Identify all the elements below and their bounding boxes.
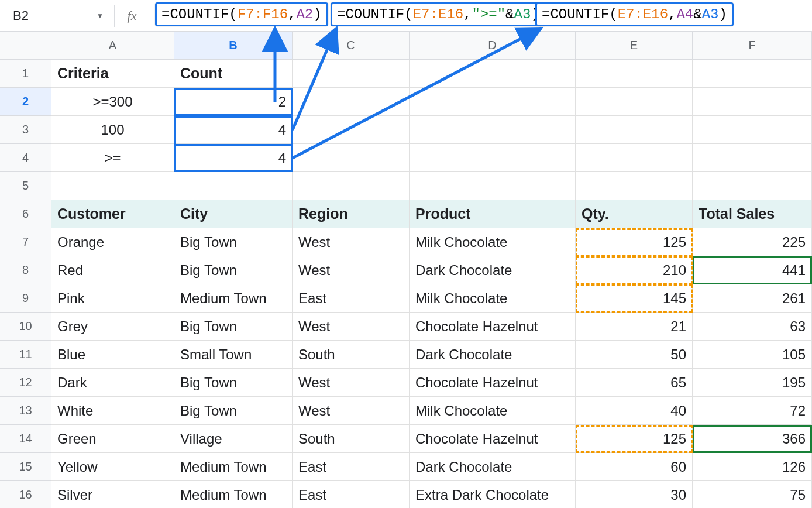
cell-total[interactable]: 441 xyxy=(693,256,812,284)
cell-city[interactable]: Big Town xyxy=(174,256,293,284)
cell[interactable] xyxy=(576,88,693,116)
cell-region[interactable]: East xyxy=(293,284,410,313)
rowhead[interactable]: 5 xyxy=(0,172,51,200)
cell-product[interactable]: Dark Chocolate xyxy=(410,453,576,481)
cell-A3[interactable]: 100 xyxy=(51,116,174,144)
th-customer[interactable]: Customer xyxy=(51,200,174,228)
cell-product[interactable]: Milk Chocolate xyxy=(410,228,576,256)
cell-B1[interactable]: Count xyxy=(174,60,293,88)
cell-customer[interactable]: Orange xyxy=(51,228,174,256)
cell[interactable] xyxy=(293,172,410,200)
rowhead[interactable]: 8 xyxy=(0,256,51,284)
cell[interactable] xyxy=(410,88,576,116)
colhead-D[interactable]: D xyxy=(410,32,576,60)
rowhead[interactable]: 3 xyxy=(0,116,51,144)
cell-total[interactable]: 63 xyxy=(693,313,812,341)
rowhead[interactable]: 6 xyxy=(0,200,51,228)
cell[interactable] xyxy=(693,88,812,116)
cell-A2[interactable]: >=300 xyxy=(51,88,174,116)
cell-product[interactable]: Milk Chocolate xyxy=(410,284,576,313)
cell-customer[interactable]: Blue xyxy=(51,341,174,369)
cell-A1[interactable]: Criteria xyxy=(51,60,174,88)
cell-city[interactable]: Village xyxy=(174,425,293,453)
cell-region[interactable]: East xyxy=(293,453,410,481)
cell-qty[interactable]: 50 xyxy=(576,341,693,369)
cell-customer[interactable]: Dark xyxy=(51,369,174,397)
formula-input[interactable]: =COUNTIF(F7:F16,A2) =COUNTIF(E7:E16,">="… xyxy=(149,0,812,31)
cell[interactable] xyxy=(693,60,812,88)
cell-B2[interactable]: 2 xyxy=(174,88,293,116)
rowhead[interactable]: 1 xyxy=(0,60,51,88)
cell-qty[interactable]: 60 xyxy=(576,453,693,481)
th-qty[interactable]: Qty. xyxy=(576,200,693,228)
rowhead[interactable]: 7 xyxy=(0,228,51,256)
cell[interactable] xyxy=(293,88,410,116)
colhead-B[interactable]: B xyxy=(174,32,293,60)
cell-qty[interactable]: 125 xyxy=(576,228,693,256)
cell-product[interactable]: Chocolate Hazelnut xyxy=(410,313,576,341)
th-product[interactable]: Product xyxy=(410,200,576,228)
cell-customer[interactable]: White xyxy=(51,397,174,425)
rowhead[interactable]: 9 xyxy=(0,284,51,313)
name-box[interactable]: B2 ▼ xyxy=(0,8,114,23)
select-all-corner[interactable] xyxy=(0,32,51,60)
cell-region[interactable]: South xyxy=(293,341,410,369)
chevron-down-icon[interactable]: ▼ xyxy=(97,12,104,20)
cell-city[interactable]: Big Town xyxy=(174,397,293,425)
rowhead[interactable]: 12 xyxy=(0,369,51,397)
colhead-E[interactable]: E xyxy=(576,32,693,60)
cell-qty[interactable]: 210 xyxy=(576,256,693,284)
cell[interactable] xyxy=(410,116,576,144)
cell-total[interactable]: 126 xyxy=(693,453,812,481)
fx-icon[interactable]: fx xyxy=(114,5,149,27)
cell[interactable] xyxy=(576,144,693,172)
cell-region[interactable]: West xyxy=(293,256,410,284)
colhead-F[interactable]: F xyxy=(693,32,812,60)
cell-city[interactable]: Small Town xyxy=(174,341,293,369)
cell-region[interactable]: West xyxy=(293,397,410,425)
cell[interactable] xyxy=(410,144,576,172)
cell-city[interactable]: Big Town xyxy=(174,228,293,256)
cell[interactable] xyxy=(293,60,410,88)
cell[interactable] xyxy=(693,172,812,200)
cell-customer[interactable]: Silver xyxy=(51,481,174,508)
cell[interactable] xyxy=(174,172,293,200)
cell[interactable] xyxy=(410,172,576,200)
cell-product[interactable]: Dark Chocolate xyxy=(410,256,576,284)
cell[interactable] xyxy=(293,116,410,144)
cell[interactable] xyxy=(693,144,812,172)
cell-product[interactable]: Chocolate Hazelnut xyxy=(410,369,576,397)
cell-city[interactable]: Medium Town xyxy=(174,284,293,313)
rowhead[interactable]: 15 xyxy=(0,453,51,481)
cell[interactable] xyxy=(410,60,576,88)
rowhead[interactable]: 13 xyxy=(0,397,51,425)
cell-B4[interactable]: 4 xyxy=(174,144,293,172)
cell-product[interactable]: Dark Chocolate xyxy=(410,341,576,369)
cell[interactable] xyxy=(576,60,693,88)
cell-region[interactable]: West xyxy=(293,228,410,256)
rowhead[interactable]: 4 xyxy=(0,144,51,172)
cell-region[interactable]: West xyxy=(293,369,410,397)
rowhead[interactable]: 16 xyxy=(0,481,51,508)
cell-city[interactable]: Medium Town xyxy=(174,481,293,508)
cell[interactable] xyxy=(576,116,693,144)
cell-qty[interactable]: 21 xyxy=(576,313,693,341)
rowhead[interactable]: 10 xyxy=(0,313,51,341)
cell-customer[interactable]: Pink xyxy=(51,284,174,313)
th-region[interactable]: Region xyxy=(293,200,410,228)
th-city[interactable]: City xyxy=(174,200,293,228)
cell-total[interactable]: 105 xyxy=(693,341,812,369)
cell-qty[interactable]: 30 xyxy=(576,481,693,508)
rowhead[interactable]: 2 xyxy=(0,88,51,116)
cell-total[interactable]: 225 xyxy=(693,228,812,256)
cell-total[interactable]: 75 xyxy=(693,481,812,508)
cell-qty[interactable]: 65 xyxy=(576,369,693,397)
cell-customer[interactable]: Grey xyxy=(51,313,174,341)
cell[interactable] xyxy=(51,172,174,200)
cell[interactable] xyxy=(693,116,812,144)
spreadsheet-grid[interactable]: A B C D E F 1 2 3 4 5 6 7 8 9 10 11 12 1… xyxy=(0,32,812,508)
cell-A4[interactable]: >= xyxy=(51,144,174,172)
colhead-A[interactable]: A xyxy=(51,32,174,60)
cell-city[interactable]: Big Town xyxy=(174,369,293,397)
cell-total[interactable]: 261 xyxy=(693,284,812,313)
